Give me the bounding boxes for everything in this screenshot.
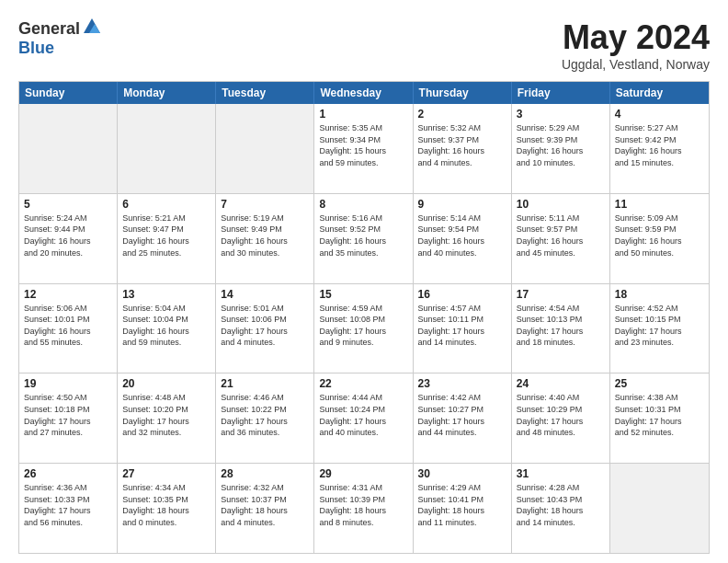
- day-number: 28: [221, 467, 309, 480]
- logo-blue-text: Blue: [18, 39, 54, 58]
- calendar-cell-2-1: 5Sunrise: 5:24 AMSunset: 9:44 PMDaylight…: [19, 194, 118, 283]
- day-number: 3: [517, 108, 605, 121]
- calendar-cell-4-5: 23Sunrise: 4:42 AMSunset: 10:27 PMDaylig…: [414, 373, 512, 463]
- day-number: 8: [319, 198, 407, 211]
- day-number: 14: [221, 288, 309, 301]
- day-number: 10: [517, 198, 605, 211]
- cell-info: Sunrise: 4:48 AMSunset: 10:20 PMDaylight…: [122, 392, 210, 438]
- day-number: 17: [517, 288, 605, 301]
- cell-info: Sunrise: 4:52 AMSunset: 10:15 PMDaylight…: [615, 303, 704, 349]
- day-number: 25: [615, 377, 704, 390]
- calendar-cell-3-6: 17Sunrise: 4:54 AMSunset: 10:13 PMDaylig…: [512, 284, 610, 373]
- calendar-cell-1-2: [118, 104, 216, 193]
- cell-info: Sunrise: 5:06 AMSunset: 10:01 PMDaylight…: [24, 303, 112, 349]
- calendar-cell-5-7: [610, 464, 709, 553]
- cell-info: Sunrise: 4:57 AMSunset: 10:11 PMDaylight…: [418, 303, 506, 349]
- calendar-cell-4-1: 19Sunrise: 4:50 AMSunset: 10:18 PMDaylig…: [19, 373, 118, 463]
- day-number: 5: [24, 198, 112, 211]
- day-number: 18: [615, 288, 704, 301]
- calendar-cell-3-3: 14Sunrise: 5:01 AMSunset: 10:06 PMDaylig…: [216, 284, 314, 373]
- calendar-cell-5-2: 27Sunrise: 4:34 AMSunset: 10:35 PMDaylig…: [118, 464, 216, 553]
- cell-info: Sunrise: 4:34 AMSunset: 10:35 PMDaylight…: [122, 482, 210, 528]
- day-number: 27: [122, 467, 210, 480]
- calendar-row-4: 19Sunrise: 4:50 AMSunset: 10:18 PMDaylig…: [19, 373, 709, 464]
- calendar-cell-3-1: 12Sunrise: 5:06 AMSunset: 10:01 PMDaylig…: [19, 284, 118, 373]
- calendar-cell-4-4: 22Sunrise: 4:44 AMSunset: 10:24 PMDaylig…: [314, 373, 413, 463]
- day-header-monday: Monday: [118, 82, 216, 104]
- calendar-cell-3-4: 15Sunrise: 4:59 AMSunset: 10:08 PMDaylig…: [314, 284, 413, 373]
- calendar-cell-5-4: 29Sunrise: 4:31 AMSunset: 10:39 PMDaylig…: [314, 464, 413, 553]
- calendar-cell-3-7: 18Sunrise: 4:52 AMSunset: 10:15 PMDaylig…: [610, 284, 709, 373]
- cell-info: Sunrise: 5:16 AMSunset: 9:52 PMDaylight:…: [319, 213, 407, 259]
- day-number: 7: [221, 198, 309, 211]
- calendar-row-1: 1Sunrise: 5:35 AMSunset: 9:34 PMDaylight…: [19, 104, 709, 194]
- day-number: 23: [418, 377, 506, 390]
- calendar-cell-2-3: 7Sunrise: 5:19 AMSunset: 9:49 PMDaylight…: [216, 194, 314, 283]
- calendar-row-5: 26Sunrise: 4:36 AMSunset: 10:33 PMDaylig…: [19, 464, 709, 553]
- cell-info: Sunrise: 4:32 AMSunset: 10:37 PMDaylight…: [221, 482, 309, 528]
- cell-info: Sunrise: 4:50 AMSunset: 10:18 PMDaylight…: [24, 392, 112, 438]
- cell-info: Sunrise: 4:54 AMSunset: 10:13 PMDaylight…: [517, 303, 605, 349]
- calendar-cell-2-4: 8Sunrise: 5:16 AMSunset: 9:52 PMDaylight…: [314, 194, 413, 283]
- calendar-cell-3-5: 16Sunrise: 4:57 AMSunset: 10:11 PMDaylig…: [414, 284, 512, 373]
- calendar-cell-2-7: 11Sunrise: 5:09 AMSunset: 9:59 PMDayligh…: [610, 194, 709, 283]
- calendar-cell-4-2: 20Sunrise: 4:48 AMSunset: 10:20 PMDaylig…: [118, 373, 216, 463]
- day-number: 13: [122, 288, 210, 301]
- calendar-cell-4-3: 21Sunrise: 4:46 AMSunset: 10:22 PMDaylig…: [216, 373, 314, 463]
- cell-info: Sunrise: 5:21 AMSunset: 9:47 PMDaylight:…: [122, 213, 210, 259]
- calendar-cell-1-7: 4Sunrise: 5:27 AMSunset: 9:42 PMDaylight…: [610, 104, 709, 193]
- logo: General Blue: [18, 18, 102, 58]
- calendar-cell-4-6: 24Sunrise: 4:40 AMSunset: 10:29 PMDaylig…: [512, 373, 610, 463]
- cell-info: Sunrise: 4:29 AMSunset: 10:41 PMDaylight…: [418, 482, 506, 528]
- calendar-cell-1-3: [216, 104, 314, 193]
- cell-info: Sunrise: 5:35 AMSunset: 9:34 PMDaylight:…: [319, 122, 407, 168]
- day-number: 19: [24, 377, 112, 390]
- day-header-friday: Friday: [512, 82, 610, 104]
- day-number: 11: [615, 198, 704, 211]
- page: General Blue May 2024 Uggdal, Vestland, …: [0, 0, 728, 563]
- day-number: 22: [319, 377, 407, 390]
- calendar-cell-5-3: 28Sunrise: 4:32 AMSunset: 10:37 PMDaylig…: [216, 464, 314, 553]
- day-number: 12: [24, 288, 112, 301]
- cell-info: Sunrise: 4:59 AMSunset: 10:08 PMDaylight…: [319, 303, 407, 349]
- day-number: 15: [319, 288, 407, 301]
- cell-info: Sunrise: 4:42 AMSunset: 10:27 PMDaylight…: [418, 392, 506, 438]
- day-number: 21: [221, 377, 309, 390]
- cell-info: Sunrise: 4:40 AMSunset: 10:29 PMDaylight…: [517, 392, 605, 438]
- logo-icon: [82, 17, 102, 37]
- cell-info: Sunrise: 5:32 AMSunset: 9:37 PMDaylight:…: [418, 122, 506, 168]
- cell-info: Sunrise: 4:36 AMSunset: 10:33 PMDaylight…: [24, 482, 112, 528]
- calendar-row-3: 12Sunrise: 5:06 AMSunset: 10:01 PMDaylig…: [19, 284, 709, 374]
- day-number: 4: [615, 108, 704, 121]
- calendar-cell-5-5: 30Sunrise: 4:29 AMSunset: 10:41 PMDaylig…: [414, 464, 512, 553]
- calendar-cell-1-1: [19, 104, 118, 193]
- day-number: 1: [319, 108, 407, 121]
- day-number: 24: [517, 377, 605, 390]
- logo-general-text: General: [18, 19, 80, 39]
- day-number: 9: [418, 198, 506, 211]
- calendar-cell-4-7: 25Sunrise: 4:38 AMSunset: 10:31 PMDaylig…: [610, 373, 709, 463]
- calendar: SundayMondayTuesdayWednesdayThursdayFrid…: [18, 81, 710, 554]
- cell-info: Sunrise: 5:11 AMSunset: 9:57 PMDaylight:…: [517, 213, 605, 259]
- calendar-cell-1-4: 1Sunrise: 5:35 AMSunset: 9:34 PMDaylight…: [314, 104, 413, 193]
- calendar-cell-5-1: 26Sunrise: 4:36 AMSunset: 10:33 PMDaylig…: [19, 464, 118, 553]
- day-number: 26: [24, 467, 112, 480]
- calendar-body: 1Sunrise: 5:35 AMSunset: 9:34 PMDaylight…: [19, 104, 709, 553]
- day-header-thursday: Thursday: [414, 82, 512, 104]
- calendar-cell-2-2: 6Sunrise: 5:21 AMSunset: 9:47 PMDaylight…: [118, 194, 216, 283]
- cell-info: Sunrise: 5:01 AMSunset: 10:06 PMDaylight…: [221, 303, 309, 349]
- calendar-cell-1-5: 2Sunrise: 5:32 AMSunset: 9:37 PMDaylight…: [414, 104, 512, 193]
- cell-info: Sunrise: 5:27 AMSunset: 9:42 PMDaylight:…: [615, 122, 704, 168]
- subtitle: Uggdal, Vestland, Norway: [562, 57, 710, 72]
- cell-info: Sunrise: 5:19 AMSunset: 9:49 PMDaylight:…: [221, 213, 309, 259]
- day-number: 2: [418, 108, 506, 121]
- day-header-tuesday: Tuesday: [216, 82, 314, 104]
- cell-info: Sunrise: 5:14 AMSunset: 9:54 PMDaylight:…: [418, 213, 506, 259]
- cell-info: Sunrise: 4:28 AMSunset: 10:43 PMDaylight…: [517, 482, 605, 528]
- calendar-cell-2-6: 10Sunrise: 5:11 AMSunset: 9:57 PMDayligh…: [512, 194, 610, 283]
- cell-info: Sunrise: 4:31 AMSunset: 10:39 PMDaylight…: [319, 482, 407, 528]
- calendar-header: SundayMondayTuesdayWednesdayThursdayFrid…: [19, 82, 709, 104]
- day-header-wednesday: Wednesday: [314, 82, 413, 104]
- cell-info: Sunrise: 5:09 AMSunset: 9:59 PMDaylight:…: [615, 213, 704, 259]
- day-number: 6: [122, 198, 210, 211]
